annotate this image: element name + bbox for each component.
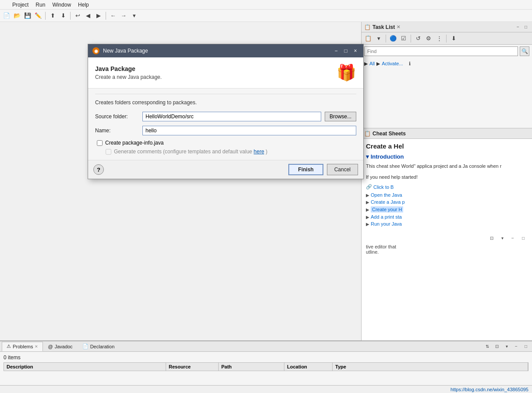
items-count: 0 items: [4, 354, 528, 362]
task-sep-2: [411, 35, 411, 42]
cancel-button[interactable]: Cancel: [327, 164, 358, 175]
problems-close[interactable]: ✕: [35, 344, 38, 349]
menu-bar: Project Run Window Help: [0, 0, 532, 10]
toolbar-btn-new[interactable]: 📄: [2, 11, 11, 21]
task-search-button[interactable]: 🔍: [520, 46, 529, 56]
cheat-link-4[interactable]: ▶ Run your Java: [366, 220, 528, 227]
toolbar-btn-nav-left[interactable]: ←: [108, 11, 118, 21]
outline-view-btn-1[interactable]: ⊡: [487, 234, 496, 242]
cheat-link-1[interactable]: ▶ Create a Java p: [366, 198, 528, 205]
source-folder-input[interactable]: [142, 112, 321, 121]
col-type: Type: [333, 363, 528, 371]
cheat-click-link[interactable]: 🔗 Click to B: [366, 184, 528, 190]
cheat-sheets-icon: 📋: [364, 131, 371, 137]
task-list-panel: 📋 Task List ✕ − □ 📋 ▾ 🔵 ☑ ↺ ⚙ ⋮: [362, 22, 532, 128]
filter-activate-label[interactable]: Activate...: [382, 61, 403, 66]
task-filter-btn[interactable]: 🔵: [388, 34, 398, 43]
cheat-sheets-panel: 📋 Cheat Sheets Create a Hel ▾ Introducti…: [362, 128, 532, 340]
menu-item-window[interactable]: Window: [49, 1, 74, 9]
finish-button[interactable]: Finish: [288, 164, 323, 175]
task-check-btn[interactable]: ☑: [399, 34, 408, 43]
cheat-link-3[interactable]: ▶ Add a print sta: [366, 213, 528, 220]
dialog-header-title: Java Package: [95, 65, 162, 72]
toolbar-btn-revert[interactable]: ↩: [73, 11, 82, 21]
outline-text: tive editor thatutline.: [366, 244, 528, 255]
task-list-maximize[interactable]: □: [522, 24, 529, 31]
browse-button[interactable]: Browse...: [325, 112, 356, 121]
task-search-input[interactable]: [364, 46, 518, 56]
col-path: Path: [219, 363, 284, 371]
dialog-title-icon: ◉: [92, 47, 99, 54]
dialog-close-btn[interactable]: ×: [352, 47, 359, 54]
tab-javadoc[interactable]: @ Javadoc: [43, 342, 77, 351]
cheat-arrow-0: ▶: [366, 193, 369, 198]
problems-icon: ⚠: [7, 343, 11, 349]
dialog-footer: ? Finish Cancel: [88, 160, 363, 179]
bottom-minimize-btn[interactable]: −: [512, 342, 521, 351]
bottom-sort-btn[interactable]: ⇅: [483, 342, 492, 351]
task-more-btn[interactable]: ⋮: [434, 34, 444, 43]
cheat-arrow-2: ▶: [366, 207, 369, 212]
dialog-maximize-btn[interactable]: □: [342, 47, 349, 54]
toolbar-btn-arrow-up[interactable]: ⬆: [48, 11, 57, 21]
dialog-minimize-btn[interactable]: −: [333, 47, 340, 54]
toolbar-btn-open[interactable]: 📂: [12, 11, 22, 21]
name-input[interactable]: [142, 126, 356, 135]
dialog-separator: [95, 94, 356, 94]
toolbar-sep-3: [106, 12, 106, 20]
menu-item-empty[interactable]: [2, 4, 9, 6]
col-resource: Resource: [166, 363, 219, 371]
filter-info-btn[interactable]: ℹ: [405, 59, 415, 68]
outline-minimize-btn[interactable]: −: [508, 234, 517, 242]
dialog-info-text: Creates folders corresponding to package…: [95, 99, 356, 106]
task-sep-3: [446, 35, 447, 42]
right-panels: 📋 Task List ✕ − □ 📋 ▾ 🔵 ☑ ↺ ⚙ ⋮: [361, 22, 532, 340]
form-row-name: Name:: [95, 126, 356, 135]
menu-item-project[interactable]: Project: [9, 1, 32, 9]
task-list-icon: 📋: [364, 24, 371, 30]
tab-declaration[interactable]: 📄 Declaration: [78, 342, 120, 351]
generate-comments-checkbox[interactable]: [106, 149, 111, 155]
dialog-titlebar-controls: − □ ×: [333, 47, 359, 54]
toolbar-btn-pencil[interactable]: ✏️: [33, 11, 43, 21]
outline-view-btn-2[interactable]: ▾: [498, 234, 507, 242]
form-row-source: Source folder: Browse...: [95, 112, 356, 121]
dialog-gift-icon: 🎁: [337, 64, 356, 82]
filter-all-label[interactable]: All: [369, 61, 375, 66]
task-refresh-btn[interactable]: ↺: [413, 34, 423, 43]
col-location: Location: [284, 363, 333, 371]
toolbar-btn-nav-fwd[interactable]: ▶: [94, 11, 103, 21]
menu-item-help[interactable]: Help: [74, 1, 92, 9]
here-link[interactable]: here: [254, 149, 264, 155]
bottom-tab-controls: ⇅ ⊡ ▾ − □: [483, 342, 530, 351]
toolbar-btn-save[interactable]: 💾: [23, 11, 32, 21]
toolbar-sep-1: [45, 12, 46, 20]
bottom-dropdown-btn[interactable]: ▾: [502, 342, 511, 351]
toolbar-btn-nav-right[interactable]: →: [119, 11, 128, 21]
toolbar-btn-arrow-down[interactable]: ⬇: [58, 11, 68, 21]
declaration-icon: 📄: [82, 343, 89, 349]
task-settings-btn[interactable]: ⚙: [424, 34, 433, 43]
toolbar-btn-more[interactable]: ▾: [129, 11, 139, 21]
cheat-link-0[interactable]: ▶ Open the Java: [366, 191, 528, 198]
cheat-link-2[interactable]: ▶ Create your H: [366, 205, 528, 213]
bottom-tabs: ⚠ Problems ✕ @ Javadoc 📄 Declaration ⇅ ⊡…: [0, 341, 532, 352]
package-info-label: Create package-info.java: [105, 140, 163, 146]
outline-maximize-btn[interactable]: □: [519, 234, 528, 242]
bottom-view-btn[interactable]: ⊡: [493, 342, 501, 351]
menu-item-run[interactable]: Run: [32, 1, 49, 9]
task-list-minimize[interactable]: −: [514, 24, 521, 31]
sub-checkbox-row: Generate comments (configure templates a…: [95, 149, 356, 155]
new-java-package-dialog: ◉ New Java Package − □ × Java Package Cr…: [88, 44, 364, 179]
task-search-row: 🔍: [362, 45, 532, 58]
task-expand-btn[interactable]: ⬇: [449, 34, 458, 43]
task-dropdown-btn[interactable]: ▾: [374, 34, 383, 43]
cheat-sheets-title: 📋 Cheat Sheets: [364, 131, 406, 137]
bottom-maximize-btn[interactable]: □: [521, 342, 530, 351]
toolbar: 📄 📂 💾 ✏️ ⬆ ⬇ ↩ ◀ ▶ ← → ▾: [0, 10, 532, 22]
toolbar-btn-nav-back[interactable]: ◀: [83, 11, 93, 21]
package-info-checkbox[interactable]: [97, 140, 103, 146]
tab-problems[interactable]: ⚠ Problems ✕: [2, 342, 43, 351]
task-new-btn[interactable]: 📋: [363, 34, 373, 43]
help-button[interactable]: ?: [93, 164, 104, 175]
